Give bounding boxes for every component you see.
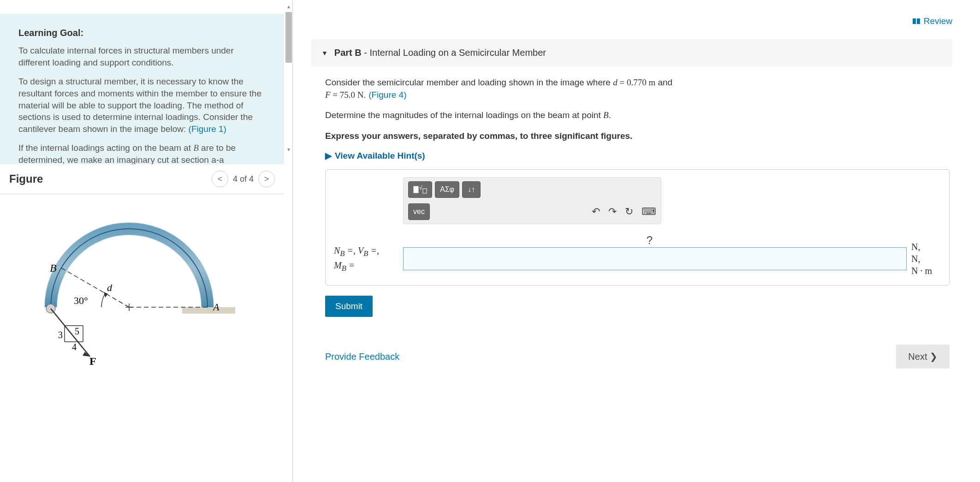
view-hints-link[interactable]: ▶ View Available Hint(s) [325,150,950,161]
figure-4-link[interactable]: (Figure 4) [368,90,406,100]
radius-d [61,268,129,307]
learning-goal-p3: If the internal loadings acting on the b… [18,142,266,164]
next-button[interactable]: Next ❯ [896,345,950,369]
tri-4: 4 [72,342,77,352]
express-instruction: Express your answers, separated by comma… [325,130,950,143]
svg-rect-10 [423,189,427,193]
reset-icon[interactable]: ↻ [625,206,633,218]
label-angle: 30° [74,295,88,306]
learning-goal-box: Learning Goal: To calculate internal for… [0,14,284,164]
learning-goal-p1: To calculate internal forces in structur… [18,45,266,68]
review-link[interactable]: Review [913,16,952,26]
review-icon [913,18,921,24]
figure-header: Figure < 4 of 4 > [0,164,284,194]
greek-button[interactable]: ΑΣφ [435,181,459,198]
redo-icon[interactable]: ↷ [608,206,617,218]
figure-heading: Figure [9,173,43,185]
angle-arc [101,293,105,307]
prompt-line-1: Consider the semicircular member and loa… [325,77,950,101]
svg-rect-8 [414,186,418,193]
part-body: Consider the semicircular member and loa… [311,66,952,369]
left-panel: Learning Goal: To calculate internal for… [0,0,293,482]
undo-icon[interactable]: ↶ [592,206,600,218]
help-icon[interactable]: ? [647,234,653,247]
submit-button[interactable]: Submit [325,296,373,317]
prompt-line-2: Determine the magnitudes of the internal… [325,109,950,122]
part-header[interactable]: ▼ Part B - Internal Loading on a Semicir… [311,39,952,66]
answer-units: N, N, N · m [911,241,941,277]
learning-goal-p2: To design a structural member, it is nec… [18,76,266,135]
provide-feedback-link[interactable]: Provide Feedback [325,351,399,362]
figure-counter: 4 of 4 [233,174,254,184]
keyboard-icon[interactable]: ⌨ [641,206,656,218]
answer-variables: NB =, VB =, MB = [334,244,398,274]
subscript-button[interactable]: ↓↑ [462,181,481,198]
figure-nav: < 4 of 4 > [212,171,275,187]
equation-toolbar: √ ΑΣφ ↓↑ vec ↶ ↷ ↻ ⌨ ? [403,177,661,224]
templates-button[interactable]: √ [408,181,432,198]
ground [182,307,235,314]
vec-button[interactable]: vec [408,203,430,220]
scroll-down-icon[interactable]: ▾ [285,146,292,153]
tri-3: 3 [58,330,63,340]
collapse-icon: ▼ [321,49,328,57]
scroll-thumb[interactable] [285,12,292,63]
force-vector [51,309,90,357]
figure-prev-button[interactable]: < [212,171,228,187]
right-panel: Review ▼ Part B - Internal Loading on a … [293,0,980,482]
label-A: A [212,301,220,313]
answer-box: √ ΑΣφ ↓↑ vec ↶ ↷ ↻ ⌨ ? NB [325,169,950,286]
chevron-right-icon: ▶ [325,150,332,161]
learning-goal-heading: Learning Goal: [18,28,266,38]
svg-text:√: √ [419,185,422,191]
figure-diagram: B 30° d A F 3 4 5 [0,194,292,381]
left-scrollbar[interactable]: ▴ ▾ [285,3,292,160]
answer-input[interactable] [403,247,907,270]
tri-5: 5 [75,326,79,336]
label-F: F [89,355,96,365]
answer-row: NB =, VB =, MB = N, N, N · m [334,241,941,277]
figure-next-button[interactable]: > [258,171,275,187]
scroll-up-icon[interactable]: ▴ [285,3,292,10]
figure-1-link[interactable]: (Figure 1) [189,124,226,134]
label-B: B [50,262,57,274]
label-d: d [107,282,113,293]
